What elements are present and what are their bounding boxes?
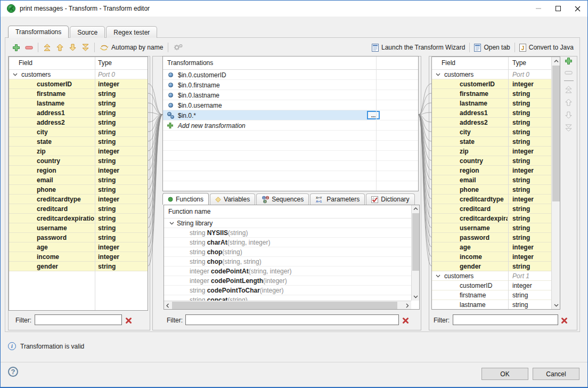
- tab-variables[interactable]: Variables: [210, 193, 255, 205]
- tree-group-row[interactable]: customersPort 0: [432, 70, 560, 79]
- transformation-row[interactable]: $in.0.firstname: [163, 80, 418, 90]
- function-row[interactable]: integer codePointLength(integer): [164, 276, 411, 286]
- input-filter-clear-button[interactable]: [125, 316, 134, 325]
- field-row[interactable]: customerIDinteger: [9, 79, 148, 89]
- tab-sequences[interactable]: 1 2 3 Sequences: [256, 193, 309, 205]
- function-library-row[interactable]: String library: [164, 219, 411, 228]
- tab-parameters[interactable]: X=Y A=1 Parameters: [310, 193, 365, 205]
- field-row[interactable]: customerIDinteger: [432, 281, 560, 290]
- functions-vertical-scrollbar[interactable]: [411, 205, 419, 301]
- move-down-button[interactable]: [69, 44, 77, 51]
- function-row[interactable]: string concat(string): [164, 295, 411, 301]
- tab-transformations[interactable]: Transformations: [8, 26, 69, 38]
- field-row[interactable]: creditcardtypeinteger: [432, 195, 560, 204]
- edit-transformation-button[interactable]: ...: [367, 111, 380, 119]
- output-filter-field[interactable]: [453, 314, 558, 325]
- transformation-row[interactable]: $in.0.lastname: [163, 90, 418, 100]
- field-row[interactable]: address1string: [9, 108, 148, 118]
- minimize-button[interactable]: [528, 1, 548, 17]
- field-row[interactable]: statestring: [9, 137, 148, 147]
- field-row[interactable]: customerIDinteger: [432, 79, 560, 89]
- scrollbar-thumb[interactable]: [172, 302, 397, 309]
- field-row[interactable]: emailstring: [432, 175, 560, 185]
- cancel-button[interactable]: Cancel: [533, 368, 579, 380]
- field-row[interactable]: lastnamestring: [432, 99, 560, 108]
- tree-group-row[interactable]: customersPort 1: [432, 271, 560, 281]
- add-transformation-row[interactable]: Add new transformation: [163, 120, 418, 131]
- field-row[interactable]: phonestring: [432, 185, 560, 195]
- output-filter-clear-button[interactable]: [561, 316, 569, 325]
- field-row[interactable]: zipinteger: [9, 147, 148, 156]
- field-row[interactable]: genderstring: [9, 262, 148, 271]
- add-output-button[interactable]: [565, 57, 573, 65]
- field-row[interactable]: creditcardstring: [432, 204, 560, 214]
- field-row[interactable]: countrystring: [432, 156, 560, 166]
- field-row[interactable]: regioninteger: [432, 166, 560, 175]
- transformation-row[interactable]: $in.0.username: [163, 100, 418, 110]
- automap-button[interactable]: Automap by name: [100, 44, 163, 52]
- field-row[interactable]: ageinteger: [432, 242, 560, 252]
- input-filter-field[interactable]: [35, 314, 122, 325]
- field-row[interactable]: firstnamestring: [432, 89, 560, 99]
- remove-button[interactable]: [25, 45, 33, 50]
- field-row[interactable]: phonestring: [9, 185, 148, 195]
- launch-wizard-button[interactable]: Launch the Transform Wizard: [372, 44, 465, 52]
- function-row[interactable]: string chop(string): [164, 247, 411, 257]
- field-row[interactable]: creditcardexpirationstring: [432, 214, 560, 223]
- scrollbar-thumb[interactable]: [552, 66, 560, 201]
- tab-regex-tester[interactable]: Regex tester: [106, 26, 157, 38]
- functions-horizontal-scrollbar[interactable]: [164, 301, 411, 309]
- scroll-up-button[interactable]: [552, 57, 560, 65]
- help-button[interactable]: ?: [8, 367, 18, 377]
- function-row[interactable]: string NYSIIS(string): [164, 228, 411, 238]
- transformation-row[interactable]: $in.0.customerID: [163, 70, 418, 80]
- tab-functions[interactable]: Functions: [162, 193, 209, 205]
- field-row[interactable]: citystring: [9, 127, 148, 137]
- field-row[interactable]: countrystring: [9, 156, 148, 166]
- field-row[interactable]: lastnamestring: [432, 300, 560, 310]
- scroll-right-button[interactable]: [404, 301, 411, 310]
- field-row[interactable]: citystring: [432, 127, 560, 137]
- field-row[interactable]: genderstring: [432, 262, 560, 271]
- output-vertical-scrollbar[interactable]: [551, 57, 560, 309]
- functions-filter-field[interactable]: [185, 314, 399, 325]
- field-row[interactable]: emailstring: [9, 175, 148, 185]
- maximize-button[interactable]: [548, 1, 568, 17]
- functions-filter-clear-button[interactable]: [402, 316, 411, 325]
- function-row[interactable]: string chop(string, string): [164, 257, 411, 266]
- field-row[interactable]: address2string: [9, 118, 148, 127]
- field-row[interactable]: usernamestring: [9, 223, 148, 233]
- field-row[interactable]: address2string: [432, 118, 560, 127]
- field-row[interactable]: creditcardexpirationstring: [9, 214, 148, 223]
- field-row[interactable]: statestring: [432, 137, 560, 147]
- field-row[interactable]: usernamestring: [432, 223, 560, 233]
- field-row[interactable]: passwordstring: [432, 233, 560, 242]
- open-tab-button[interactable]: Open tab: [474, 44, 510, 52]
- field-row[interactable]: address1string: [432, 108, 560, 118]
- field-row[interactable]: firstnamestring: [9, 89, 148, 99]
- field-row[interactable]: zipinteger: [432, 147, 560, 156]
- field-row[interactable]: incomeinteger: [9, 252, 148, 262]
- function-row[interactable]: integer codePointAt(string, integer): [164, 266, 411, 276]
- field-row[interactable]: incomeinteger: [432, 252, 560, 262]
- transformation-row[interactable]: $in.0.*...: [163, 110, 418, 120]
- field-row[interactable]: regioninteger: [9, 166, 148, 175]
- function-row[interactable]: string charAt(string, integer): [164, 238, 411, 247]
- move-up-button[interactable]: [56, 44, 64, 51]
- scroll-left-button[interactable]: [164, 301, 172, 310]
- field-row[interactable]: creditcardtypeinteger: [9, 195, 148, 204]
- move-to-top-button[interactable]: [43, 44, 51, 51]
- field-row[interactable]: creditcardstring: [9, 204, 148, 214]
- tree-group-row[interactable]: customersPort 0: [9, 70, 148, 79]
- field-row[interactable]: passwordstring: [9, 233, 148, 242]
- add-button[interactable]: [12, 44, 20, 52]
- field-row[interactable]: ageinteger: [9, 242, 148, 252]
- ok-button[interactable]: OK: [481, 368, 528, 380]
- function-row[interactable]: string codePointToChar(integer): [164, 286, 411, 295]
- field-row[interactable]: lastnamestring: [9, 99, 148, 108]
- close-button[interactable]: [568, 1, 587, 17]
- tab-dictionary[interactable]: Dictionary: [366, 193, 414, 205]
- move-to-bottom-button[interactable]: [81, 44, 89, 51]
- convert-to-java-button[interactable]: J Convert to Java: [519, 44, 574, 52]
- scroll-down-button[interactable]: [552, 301, 560, 309]
